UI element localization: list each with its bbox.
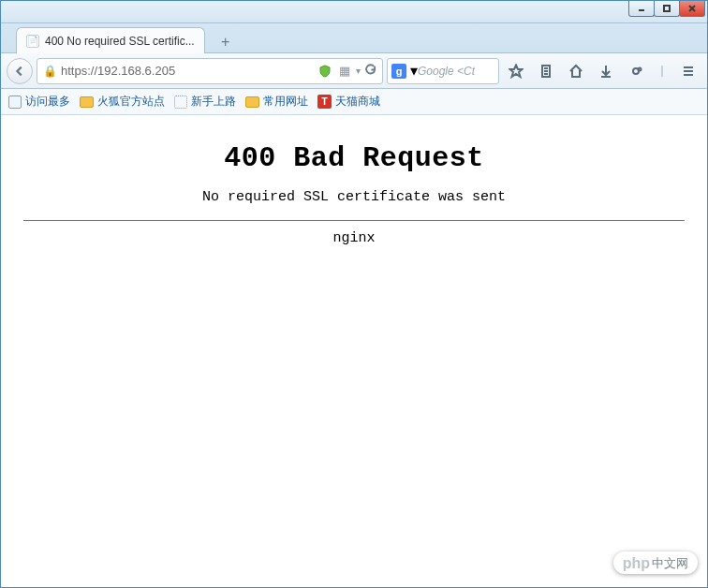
nav-toolbar: 🔒 https://192.168.6.205 ▦ ▾ g ▾ Google <…: [1, 53, 707, 89]
url-text: https://192.168.6.205: [61, 64, 315, 78]
page-viewport: 400 Bad Request No required SSL certific…: [2, 116, 706, 586]
error-heading: 400 Bad Request: [2, 142, 706, 174]
star-icon: [509, 64, 524, 79]
new-tab-button[interactable]: +: [214, 32, 237, 52]
bookmark-label: 常用网址: [263, 94, 308, 110]
svg-point-12: [639, 67, 642, 70]
lock-icon: 🔒: [43, 65, 57, 78]
tab-active[interactable]: 📄 400 No required SSL certific...: [16, 27, 205, 53]
reading-list-button[interactable]: [533, 58, 559, 84]
plus-icon: +: [221, 34, 229, 51]
search-dropdown-icon[interactable]: ▾: [410, 62, 418, 80]
watermark-text: 中文网: [652, 555, 688, 572]
server-name: nginx: [2, 230, 706, 246]
puzzle-icon: [628, 64, 643, 79]
search-placeholder: Google <Ct: [418, 65, 475, 78]
toolbar-separator: [653, 58, 671, 84]
svg-marker-4: [510, 65, 523, 77]
divider: [23, 220, 686, 221]
bookmark-star-button[interactable]: [503, 58, 529, 84]
home-icon: [568, 64, 583, 79]
menu-button[interactable]: [675, 58, 701, 84]
bookmark-label: 天猫商城: [335, 94, 380, 110]
bookmarks-bar: 访问最多 火狐官方站点 新手上路 常用网址 T 天猫商城: [1, 89, 707, 115]
bookmark-item[interactable]: 访问最多: [8, 94, 70, 110]
bookmark-item[interactable]: 火狐官方站点: [80, 94, 165, 110]
tab-strip: 📄 400 No required SSL certific... +: [1, 23, 707, 53]
addon-button[interactable]: [623, 58, 649, 84]
search-bar[interactable]: g ▾ Google <Ct: [387, 58, 499, 84]
address-bar[interactable]: 🔒 https://192.168.6.205 ▦ ▾: [37, 58, 383, 84]
bookmark-item[interactable]: 新手上路: [174, 94, 236, 110]
clipboard-icon: [538, 64, 553, 79]
shield-icon[interactable]: [318, 65, 332, 78]
window-minimize-button[interactable]: [628, 0, 655, 17]
error-page: 400 Bad Request No required SSL certific…: [2, 142, 706, 246]
qr-icon[interactable]: ▦: [339, 64, 350, 78]
reload-icon: [364, 64, 376, 76]
doc-icon: [174, 96, 187, 109]
window-controls: [629, 0, 705, 17]
download-icon: [598, 64, 613, 79]
bookmark-label: 新手上路: [191, 94, 236, 110]
tmall-icon: T: [317, 95, 332, 109]
home-button[interactable]: [563, 58, 589, 84]
reload-button[interactable]: [364, 63, 376, 80]
google-icon: g: [391, 64, 406, 79]
downloads-button[interactable]: [593, 58, 619, 84]
tab-title: 400 No required SSL certific...: [45, 35, 195, 48]
watermark-brand: php: [623, 555, 650, 572]
folder-icon: [80, 96, 94, 108]
bookmark-label: 访问最多: [25, 94, 70, 110]
bookmark-item[interactable]: T 天猫商城: [317, 94, 380, 110]
arrow-left-icon: [13, 65, 26, 78]
document-icon: 📄: [26, 35, 39, 48]
watermark: php 中文网: [613, 551, 698, 574]
dropdown-icon[interactable]: ▾: [356, 66, 361, 76]
folder-icon: [245, 96, 259, 108]
page-icon: [8, 96, 22, 109]
back-button[interactable]: [7, 58, 33, 84]
bookmark-item[interactable]: 常用网址: [245, 94, 308, 110]
window-titlebar: [1, 1, 707, 23]
svg-rect-1: [664, 6, 670, 11]
window-maximize-button[interactable]: [654, 0, 680, 17]
bookmark-label: 火狐官方站点: [97, 94, 165, 110]
window-close-button[interactable]: [679, 0, 705, 17]
error-subtitle: No required SSL certificate was sent: [2, 189, 706, 205]
hamburger-icon: [681, 64, 696, 79]
